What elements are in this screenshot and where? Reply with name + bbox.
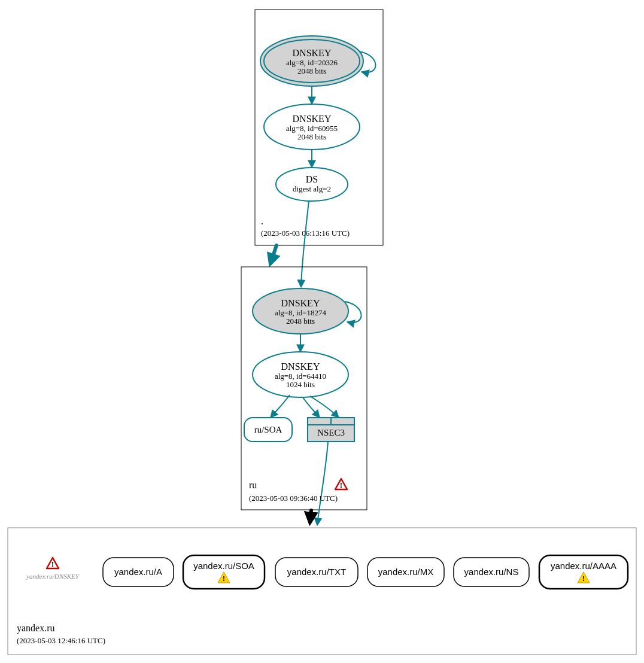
zone-ru-ts: (2023-05-03 09:36:40 UTC): [249, 494, 338, 503]
root-ksk-alg: alg=8, id=20326: [286, 58, 338, 67]
ru-ksk-alg: alg=8, id=18274: [275, 308, 327, 317]
ru-zsk-bits: 1024 bits: [286, 380, 315, 389]
zone-yandex-ts: (2023-05-03 12:46:16 UTC): [17, 636, 105, 645]
zone-yandex-label: yandex.ru: [17, 623, 55, 634]
root-ksk-title: DNSKEY: [293, 48, 332, 58]
root-ds-title: DS: [306, 174, 318, 184]
ru-zsk-title: DNSKEY: [281, 361, 320, 372]
ru-zsk-node: DNSKEY alg=8, id=64410 1024 bits: [253, 352, 348, 397]
ru-nsec3-label: NSEC3: [317, 428, 345, 437]
dnssec-diagram: DNSKEY alg=8, id=20326 2048 bits DNSKEY …: [0, 0, 644, 663]
edge-ds-to-ru-ksk: [301, 201, 309, 287]
svg-text:!: !: [223, 574, 225, 583]
yandex-ns-node: yandex.ru/NS: [454, 558, 529, 586]
root-zsk-bits: 2048 bits: [297, 132, 326, 141]
edge-root-to-ru-thick: [271, 245, 277, 263]
edge-ru-zsk-nsec3-b: [310, 396, 339, 418]
yandex-txt-node: yandex.ru/TXT: [275, 558, 358, 586]
root-ds-alg: digest alg=2: [293, 184, 331, 193]
edge-ru-zsk-soa: [271, 395, 290, 418]
zone-root-label: .: [261, 216, 263, 226]
root-zsk-title: DNSKEY: [293, 114, 332, 124]
yandex-ns-label: yandex.ru/NS: [464, 567, 519, 577]
ru-ksk-bits: 2048 bits: [286, 317, 315, 326]
edge-nsec3-to-yandex: [317, 442, 328, 525]
yandex-soa-node: yandex.ru/SOA !: [183, 555, 265, 589]
ru-soa-label: ru/SOA: [254, 425, 282, 434]
zone-ru-label: ru: [249, 480, 257, 490]
ru-ksk-node: DNSKEY alg=8, id=18274 2048 bits: [253, 288, 348, 334]
svg-text:!: !: [582, 574, 585, 583]
root-ds-node: DS digest alg=2: [276, 168, 348, 201]
svg-text:yandex.ru/DNSKEY: yandex.ru/DNSKEY: [26, 573, 80, 580]
error-icon: !: [47, 558, 59, 568]
yandex-dnskey-placeholder: yandex.ru/DNSKEY: [26, 573, 80, 580]
yandex-mx-node: yandex.ru/MX: [367, 558, 444, 586]
error-icon: !: [335, 479, 347, 489]
root-zsk-node: DNSKEY alg=8, id=60955 2048 bits: [264, 104, 360, 150]
ru-nsec3-node: NSEC3: [308, 418, 354, 442]
svg-text:!: !: [340, 480, 342, 489]
edge-ru-to-yandex-thick: [310, 510, 311, 522]
yandex-mx-label: yandex.ru/MX: [378, 567, 434, 577]
root-ksk-node: DNSKEY alg=8, id=20326 2048 bits: [260, 36, 363, 86]
ru-ksk-title: DNSKEY: [281, 298, 320, 308]
yandex-soa-label: yandex.ru/SOA: [193, 561, 254, 571]
yandex-txt-label: yandex.ru/TXT: [287, 567, 346, 577]
ru-zsk-alg: alg=8, id=64410: [275, 372, 326, 381]
yandex-aaaa-label: yandex.ru/AAAA: [551, 561, 616, 571]
yandex-aaaa-node: yandex.ru/AAAA !: [539, 555, 628, 589]
yandex-a-label: yandex.ru/A: [114, 567, 162, 577]
root-ksk-bits: 2048 bits: [297, 66, 326, 75]
root-zsk-alg: alg=8, id=60955: [286, 124, 338, 133]
yandex-a-node: yandex.ru/A: [103, 558, 174, 586]
svg-text:!: !: [51, 559, 54, 568]
ru-soa-node: ru/SOA: [244, 418, 292, 442]
